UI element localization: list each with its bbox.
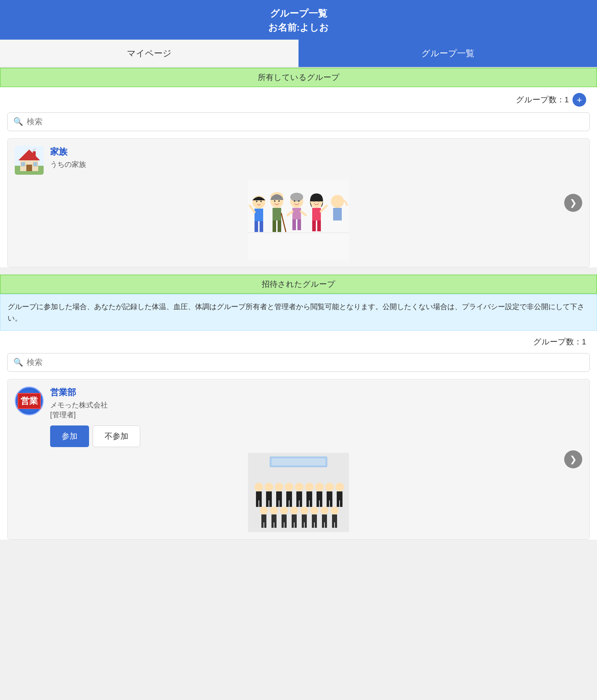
svg-rect-118 [332, 514, 337, 522]
page-header: グループ一覧 お名前:よしお [0, 0, 597, 40]
svg-point-97 [280, 507, 288, 514]
svg-rect-88 [340, 500, 342, 507]
svg-rect-99 [282, 522, 284, 528]
eigyo-company: メモった株式会社 [50, 400, 582, 410]
family-group-thumbnail [15, 146, 44, 175]
invited-group-count-row: グループ数：1 [0, 331, 597, 353]
svg-point-109 [310, 507, 318, 514]
eigyo-group-info: 営業部 メモった株式会社 [管理者] 参加 不参加 [50, 387, 582, 447]
nav-tabs: マイページ グループ一覧 [0, 40, 597, 68]
family-group-arrow[interactable]: ❯ [564, 194, 582, 212]
svg-rect-86 [337, 491, 342, 500]
svg-rect-80 [320, 500, 322, 507]
svg-rect-58 [266, 491, 272, 500]
svg-rect-26 [273, 220, 276, 232]
svg-rect-42 [312, 220, 316, 231]
join-button[interactable]: 参加 [50, 425, 89, 447]
svg-rect-112 [315, 522, 317, 528]
svg-rect-79 [317, 500, 319, 507]
svg-rect-108 [305, 522, 307, 528]
eigyo-group-icon: 営業 [15, 387, 44, 415]
svg-rect-34 [292, 219, 296, 230]
svg-rect-48 [333, 208, 342, 220]
svg-point-32 [290, 193, 303, 201]
svg-rect-59 [266, 500, 269, 507]
svg-rect-60 [269, 500, 272, 507]
svg-point-53 [255, 483, 263, 491]
svg-rect-19 [260, 221, 263, 232]
svg-point-29 [274, 200, 275, 202]
family-image-area [15, 180, 582, 260]
tab-groups[interactable]: グループ一覧 [298, 40, 597, 67]
svg-rect-56 [259, 500, 262, 507]
svg-rect-72 [300, 500, 302, 507]
eigyo-action-buttons: 参加 不参加 [50, 425, 582, 447]
invited-search-bar: 🔍 [7, 353, 590, 372]
svg-rect-102 [292, 514, 297, 522]
svg-rect-66 [286, 491, 292, 500]
invited-search-input[interactable] [27, 358, 584, 367]
invited-group-count-label: グループ数：1 [533, 336, 586, 347]
svg-point-101 [290, 507, 298, 514]
eigyo-group-arrow[interactable]: ❯ [564, 450, 582, 468]
svg-rect-75 [306, 500, 309, 507]
family-group-name: 家族 [50, 146, 582, 157]
owned-search-input[interactable] [27, 117, 584, 126]
svg-rect-64 [279, 500, 282, 507]
office-image-area [15, 453, 582, 532]
svg-point-22 [260, 201, 262, 202]
svg-rect-84 [330, 500, 332, 507]
owned-section-header: 所有しているグループ [0, 68, 597, 87]
svg-rect-92 [264, 522, 266, 528]
svg-rect-17 [255, 209, 263, 221]
privacy-notice: グループに参加した場合、あなたが記録した体温、血圧、体調はグループ所有者と管理者… [0, 294, 597, 331]
svg-point-105 [300, 507, 308, 514]
add-group-button[interactable]: + [572, 93, 586, 107]
owned-search-bar: 🔍 [7, 112, 590, 131]
svg-point-45 [318, 200, 319, 202]
svg-rect-100 [284, 522, 287, 528]
svg-point-81 [325, 483, 334, 491]
svg-point-93 [270, 507, 278, 514]
svg-rect-82 [327, 491, 332, 500]
family-group-info: 家族 うちの家族 [50, 146, 582, 169]
svg-rect-43 [317, 220, 321, 231]
svg-rect-52 [271, 458, 326, 465]
svg-rect-96 [274, 522, 277, 528]
svg-rect-74 [306, 491, 312, 500]
svg-rect-63 [276, 500, 279, 507]
svg-point-14 [34, 148, 36, 150]
owned-group-count-label: グループ数：1 [516, 94, 569, 105]
svg-point-30 [278, 200, 280, 202]
svg-point-61 [275, 483, 283, 491]
svg-rect-35 [297, 219, 301, 230]
svg-rect-104 [295, 522, 297, 528]
svg-point-117 [331, 507, 339, 514]
svg-rect-114 [322, 514, 327, 522]
svg-rect-119 [332, 522, 334, 528]
leave-button[interactable]: 不参加 [93, 425, 140, 447]
svg-rect-12 [33, 151, 36, 156]
svg-rect-78 [317, 491, 322, 500]
svg-point-69 [295, 483, 304, 491]
tab-mypage[interactable]: マイページ [0, 40, 298, 67]
eigyo-group-header: 営業 営業部 メモった株式会社 [管理者] 参加 不参加 [15, 387, 582, 447]
svg-rect-25 [273, 208, 281, 220]
svg-rect-55 [256, 500, 258, 507]
svg-rect-94 [271, 514, 277, 522]
svg-point-44 [314, 200, 315, 202]
family-group-desc: うちの家族 [50, 160, 582, 169]
svg-rect-76 [310, 500, 312, 507]
svg-rect-90 [261, 514, 266, 522]
svg-point-73 [305, 483, 314, 491]
invited-section-content: グループ数：1 🔍 営業 営業部 メモった株式会社 [管理者] 参加 不参加 [0, 331, 597, 540]
svg-rect-110 [312, 514, 317, 522]
svg-rect-95 [271, 522, 274, 528]
eigyo-group-name: 営業部 [50, 387, 582, 398]
svg-rect-33 [292, 208, 301, 219]
svg-point-89 [260, 507, 268, 514]
svg-rect-107 [302, 522, 304, 528]
svg-rect-120 [335, 522, 337, 528]
svg-rect-70 [296, 491, 302, 500]
search-icon-invited: 🔍 [13, 358, 23, 367]
